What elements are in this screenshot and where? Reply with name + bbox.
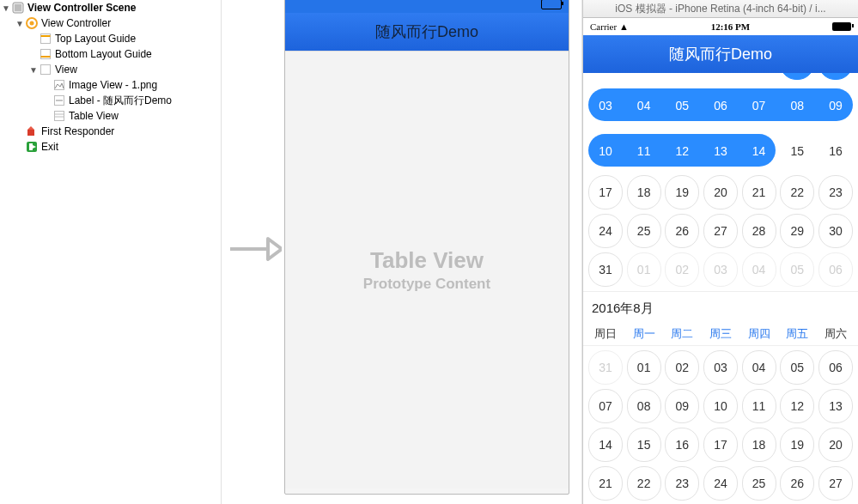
day-cell[interactable]: 26 — [665, 214, 699, 248]
day-cell[interactable]: 09 — [665, 389, 699, 423]
outline-item-imageview[interactable]: Image View - 1.png — [0, 77, 221, 93]
day-cell-selected[interactable]: 14 — [742, 134, 776, 168]
imageview-icon — [53, 79, 65, 91]
day-cell-other-month[interactable]: 05 — [780, 252, 814, 287]
day-cell[interactable]: 05 — [780, 350, 814, 385]
day-cell[interactable]: 10 — [703, 389, 738, 423]
day-cell[interactable]: 18 — [742, 428, 776, 462]
day-cell-selected[interactable]: 08 — [780, 88, 814, 123]
day-cell-other-month[interactable]: 03 — [703, 252, 738, 287]
day-cell[interactable]: 20 — [703, 175, 738, 209]
calendar-row: 07 08 09 10 11 12 13 — [583, 389, 858, 423]
day-cell[interactable]: 16 — [665, 428, 699, 462]
day-cell[interactable]: 14 — [588, 428, 623, 462]
day-cell[interactable]: 24 — [703, 466, 738, 501]
svg-rect-8 — [41, 65, 51, 75]
outline-item-label[interactable]: Label - 随风而行Demo — [0, 93, 221, 108]
day-cell[interactable]: 30 — [818, 214, 853, 248]
outline-label: Label - 随风而行Demo — [69, 94, 172, 108]
day-cell-selected[interactable]: 09 — [818, 88, 853, 123]
day-cell[interactable]: 15 — [780, 134, 814, 168]
day-cell[interactable]: 08 — [627, 389, 661, 423]
outline-item-top-layout-guide[interactable]: Top Layout Guide — [0, 31, 221, 46]
calendar-scrollview[interactable]: 01 02 03 04 05 06 07 08 09 — [583, 73, 858, 504]
ib-device-frame[interactable]: 随风而行Demo Table View Prototype Content — [284, 0, 569, 495]
outline-item-exit[interactable]: Exit — [0, 139, 221, 155]
day-cell-other-month[interactable]: 31 — [588, 350, 623, 385]
ib-tableview-placeholder[interactable]: Table View Prototype Content — [285, 51, 569, 489]
day-cell[interactable]: 12 — [780, 389, 814, 423]
day-cell[interactable]: 27 — [703, 214, 738, 248]
day-cell[interactable]: 19 — [780, 428, 814, 462]
storyboard-scene-icon — [12, 2, 24, 14]
day-cell[interactable]: 24 — [588, 214, 623, 248]
day-cell[interactable]: 29 — [780, 214, 814, 248]
day-cell[interactable]: 17 — [703, 428, 738, 462]
tableview-placeholder-line2: Prototype Content — [363, 276, 490, 293]
day-cell[interactable]: 13 — [818, 389, 853, 423]
day-cell-selected[interactable]: 06 — [703, 88, 738, 123]
outline-item-view[interactable]: ▼ View — [0, 62, 221, 77]
outline-item-tableview[interactable]: Table View — [0, 108, 221, 124]
disclosure-triangle-icon[interactable]: ▼ — [2, 3, 10, 13]
uilabel-icon — [53, 94, 65, 106]
day-cell[interactable]: 21 — [588, 466, 623, 501]
day-cell[interactable]: 27 — [818, 466, 853, 501]
outline-scene-header[interactable]: ▼ View Controller Scene — [0, 0, 221, 15]
day-cell[interactable]: 23 — [665, 466, 699, 501]
weekday-label: 周六 — [818, 326, 853, 342]
day-cell[interactable]: 31 — [588, 252, 623, 287]
day-cell-other-month[interactable]: 04 — [742, 252, 776, 287]
day-cell[interactable]: 22 — [780, 175, 814, 209]
day-cell[interactable]: 11 — [742, 389, 776, 423]
disclosure-triangle-icon[interactable]: ▼ — [15, 19, 24, 28]
day-cell[interactable]: 25 — [742, 466, 776, 501]
day-cell-other-month[interactable]: 06 — [818, 252, 853, 287]
day-cell[interactable]: 22 — [627, 466, 661, 501]
day-cell[interactable]: 23 — [818, 175, 853, 209]
day-cell[interactable]: 16 — [818, 134, 853, 168]
tableview-placeholder-line1: Table View — [370, 247, 484, 274]
outline-item-bottom-layout-guide[interactable]: Bottom Layout Guide — [0, 46, 221, 62]
day-cell-selected[interactable]: 13 — [703, 134, 738, 168]
day-cell-selected[interactable]: 12 — [665, 134, 699, 168]
day-cell[interactable]: 03 — [703, 350, 738, 385]
day-cell-selected[interactable]: 03 — [588, 88, 623, 123]
day-cell[interactable]: 25 — [627, 214, 661, 248]
day-cell[interactable]: 28 — [742, 214, 776, 248]
day-cell-other-month[interactable]: 01 — [627, 252, 661, 287]
day-cell-selected[interactable]: 07 — [742, 88, 776, 123]
day-cell[interactable]: 15 — [627, 428, 661, 462]
day-cell-selected[interactable]: 05 — [665, 88, 699, 123]
month-header: 2016年8月 — [583, 291, 858, 322]
day-cell-selected[interactable]: 02 — [818, 73, 853, 80]
outline-item-first-responder[interactable]: First Responder — [0, 124, 221, 139]
day-cell[interactable]: 21 — [742, 175, 776, 209]
day-cell[interactable]: 20 — [818, 428, 853, 462]
day-cell[interactable]: 01 — [627, 350, 661, 385]
ib-status-bar — [285, 0, 569, 13]
calendar-row: 17 18 19 20 21 22 23 — [583, 175, 858, 209]
outline-label: Top Layout Guide — [55, 33, 136, 45]
outline-label: View Controller — [41, 17, 111, 29]
first-responder-icon — [26, 125, 38, 137]
day-cell[interactable]: 19 — [665, 175, 699, 209]
day-cell-selected[interactable]: 11 — [627, 134, 661, 168]
day-cell[interactable]: 26 — [780, 466, 814, 501]
day-cell[interactable]: 18 — [627, 175, 661, 209]
day-cell-other-month[interactable]: 02 — [665, 252, 699, 287]
interface-builder-canvas[interactable]: 随风而行Demo Table View Prototype Content — [222, 0, 582, 504]
day-cell[interactable]: 07 — [588, 389, 623, 423]
day-cell-selected[interactable]: 01 — [780, 73, 814, 80]
outline-item-viewcontroller[interactable]: ▼ View Controller — [0, 15, 221, 31]
day-cell[interactable]: 17 — [588, 175, 623, 209]
day-cell-selected[interactable]: 04 — [627, 88, 661, 123]
day-cell[interactable]: 02 — [665, 350, 699, 385]
outline-label: Exit — [41, 141, 58, 153]
disclosure-triangle-icon[interactable]: ▼ — [29, 65, 38, 75]
calendar-row: 14 15 16 17 18 19 20 — [583, 428, 858, 462]
outline-label: Image View - 1.png — [69, 79, 157, 91]
day-cell-selected[interactable]: 10 — [588, 134, 623, 168]
day-cell[interactable]: 04 — [742, 350, 776, 385]
day-cell[interactable]: 06 — [818, 350, 853, 385]
